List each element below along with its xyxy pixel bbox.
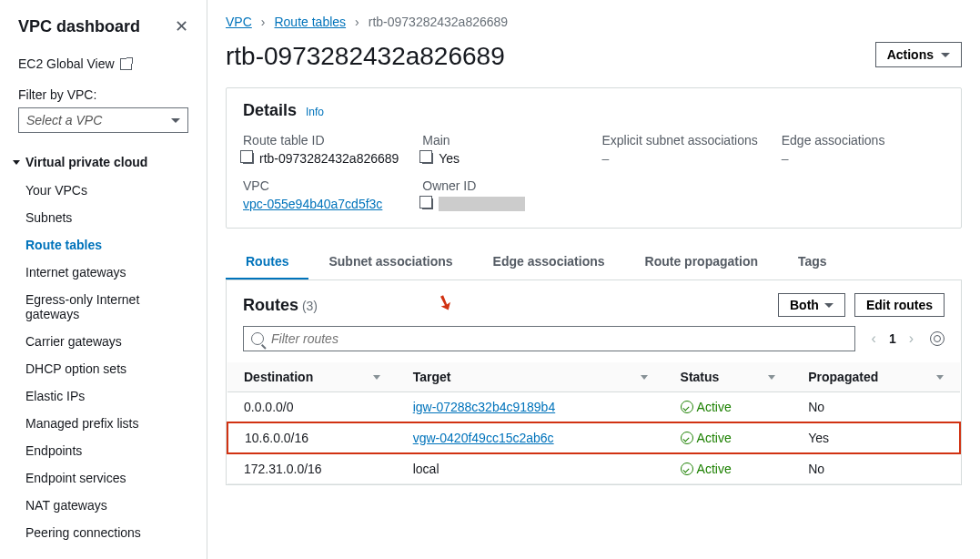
check-circle-icon [681, 432, 693, 444]
table-row: 10.6.0.0/16vgw-0420f49cc15c2ab6cActiveYe… [227, 422, 960, 453]
owner-id-label: Owner ID [422, 178, 585, 193]
external-link-icon [120, 58, 132, 70]
both-label: Both [790, 298, 819, 312]
col-destination[interactable]: Destination [227, 362, 397, 392]
explicit-subnet-label: Explicit subnet associations [602, 133, 765, 147]
vpc-select-placeholder: Select a VPC [26, 113, 102, 127]
chevron-down-icon [824, 303, 834, 308]
edge-assoc-value: – [782, 151, 945, 166]
main-content: ➘ VPC › Route tables › rtb-0973282432a82… [207, 0, 980, 559]
route-table-id-value: rtb-0973282432a826689 [259, 151, 399, 166]
edit-routes-button[interactable]: Edit routes [854, 293, 945, 317]
sidebar-item-elastic-ips[interactable]: Elastic IPs [0, 382, 207, 410]
cell-target: local [397, 453, 664, 484]
table-row: 0.0.0.0/0igw-07288c32b4c9189b4ActiveNo [227, 392, 960, 423]
target-link[interactable]: vgw-0420f49cc15c2ab6c [413, 431, 554, 445]
vpc-select[interactable]: Select a VPC [18, 107, 188, 133]
col-target[interactable]: Target [397, 362, 664, 392]
cell-destination: 172.31.0.0/16 [227, 453, 397, 484]
ec2-global-view-link[interactable]: EC2 Global View [0, 49, 207, 78]
sort-icon [373, 375, 380, 380]
owner-id-redacted [439, 197, 525, 211]
prev-page[interactable]: ‹ [868, 329, 880, 349]
close-icon[interactable]: ✕ [175, 16, 188, 36]
chevron-down-icon [171, 118, 180, 123]
sidebar-item-dhcp-option-sets[interactable]: DHCP option sets [0, 355, 207, 382]
tab-routes[interactable]: Routes [226, 245, 308, 280]
sidebar-item-endpoint-services[interactable]: Endpoint services [0, 464, 207, 492]
sidebar-item-subnets[interactable]: Subnets [0, 204, 207, 231]
sidebar: VPC dashboard ✕ EC2 Global View Filter b… [0, 0, 207, 559]
triangle-down-icon [13, 160, 20, 165]
info-link[interactable]: Info [306, 106, 324, 118]
cell-target: igw-07288c32b4c9189b4 [397, 392, 664, 423]
tab-subnet-associations[interactable]: Subnet associations [308, 245, 472, 280]
filter-routes-field[interactable] [271, 331, 847, 346]
explicit-subnet-value: – [602, 151, 765, 166]
routes-table: DestinationTargetStatusPropagated 0.0.0.… [227, 362, 961, 484]
vpc-label: VPC [243, 178, 406, 193]
copy-icon[interactable] [422, 153, 433, 164]
cell-status: Active [664, 453, 793, 484]
sort-icon [641, 375, 648, 380]
sidebar-item-endpoints[interactable]: Endpoints [0, 437, 207, 464]
details-title: Details [243, 101, 297, 120]
cell-propagated: No [792, 453, 960, 484]
sidebar-item-internet-gateways[interactable]: Internet gateways [0, 259, 207, 286]
sidebar-title: VPC dashboard [18, 17, 140, 36]
col-propagated[interactable]: Propagated [792, 362, 960, 392]
route-table-id-label: Route table ID [243, 133, 406, 147]
nav-section-label: Virtual private cloud [25, 155, 147, 169]
main-label: Main [422, 133, 585, 147]
next-page[interactable]: › [905, 329, 917, 349]
sort-icon [768, 375, 775, 380]
chevron-down-icon [941, 53, 950, 57]
breadcrumb-current: rtb-0973282432a826689 [369, 15, 508, 29]
cell-status: Active [664, 392, 793, 423]
main-value: Yes [439, 151, 460, 166]
page-title: rtb-0973282432a826689 [226, 42, 505, 71]
actions-label: Actions [887, 47, 934, 62]
vpc-link[interactable]: vpc-055e94b40a7cd5f3c [243, 197, 382, 211]
actions-button[interactable]: Actions [875, 42, 962, 67]
cell-destination: 10.6.0.0/16 [227, 422, 397, 453]
ec2-link-label: EC2 Global View [18, 56, 115, 71]
tab-tags[interactable]: Tags [778, 245, 847, 280]
nav-section-vpc[interactable]: Virtual private cloud [0, 147, 207, 177]
search-icon [251, 332, 264, 345]
sidebar-item-your-vpcs[interactable]: Your VPCs [0, 177, 207, 204]
target-link[interactable]: igw-07288c32b4c9189b4 [413, 400, 555, 414]
breadcrumb-sep: › [355, 15, 359, 29]
check-circle-icon [681, 401, 693, 413]
filter-routes-input[interactable] [243, 326, 855, 351]
sidebar-item-carrier-gateways[interactable]: Carrier gateways [0, 328, 207, 355]
col-status[interactable]: Status [664, 362, 793, 392]
table-row: 172.31.0.0/16localActiveNo [227, 453, 960, 484]
breadcrumb-vpc[interactable]: VPC [226, 15, 252, 29]
routes-title: Routes [243, 296, 298, 314]
pagination: ‹ 1 › [868, 329, 917, 349]
copy-icon[interactable] [422, 198, 433, 209]
breadcrumb-sep: › [261, 15, 266, 29]
sidebar-item-peering-connections[interactable]: Peering connections [0, 519, 207, 546]
routes-card: Routes (3) Both Edit routes ‹ 1 [226, 280, 962, 485]
details-card: Details Info Route table ID rtb-09732824… [226, 87, 962, 229]
breadcrumb-route-tables[interactable]: Route tables [274, 15, 346, 29]
routes-count: (3) [302, 299, 318, 313]
cell-propagated: Yes [792, 422, 960, 453]
gear-icon[interactable] [930, 331, 945, 346]
sidebar-item-egress-only-internet-gateways[interactable]: Egress-only Internet gateways [0, 286, 207, 328]
sidebar-item-managed-prefix-lists[interactable]: Managed prefix lists [0, 410, 207, 437]
sort-icon [936, 375, 944, 380]
tab-edge-associations[interactable]: Edge associations [473, 245, 625, 280]
tab-route-propagation[interactable]: Route propagation [625, 245, 778, 280]
copy-icon[interactable] [243, 153, 254, 164]
edge-assoc-label: Edge associations [782, 133, 945, 147]
both-dropdown[interactable]: Both [778, 293, 845, 317]
sidebar-item-nat-gateways[interactable]: NAT gateways [0, 492, 207, 519]
sidebar-item-route-tables[interactable]: Route tables [0, 231, 207, 259]
tabs: RoutesSubnet associationsEdge associatio… [226, 245, 962, 280]
breadcrumb: VPC › Route tables › rtb-0973282432a8266… [226, 15, 962, 36]
cell-destination: 0.0.0.0/0 [227, 392, 397, 423]
page-number: 1 [889, 331, 896, 346]
